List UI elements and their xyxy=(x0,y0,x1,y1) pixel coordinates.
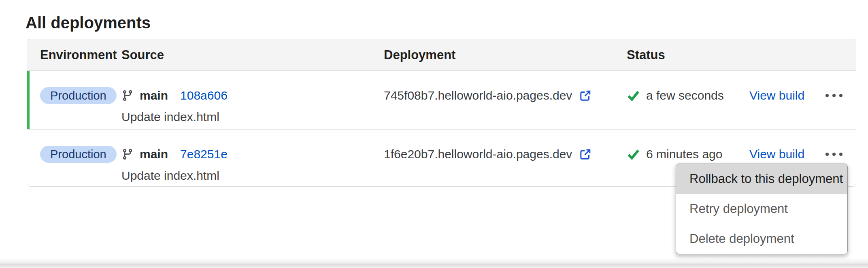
commit-link[interactable]: 108a606 xyxy=(180,89,228,102)
environment-cell: Production xyxy=(40,146,121,187)
view-build-link[interactable]: View build xyxy=(749,89,804,102)
check-icon xyxy=(627,89,640,102)
deployment-actions-menu: Rollback to this deployment Retry deploy… xyxy=(676,164,848,254)
menu-item-rollback[interactable]: Rollback to this deployment xyxy=(676,164,847,194)
column-header-deployment: Deployment xyxy=(384,48,627,62)
column-header-source: Source xyxy=(121,48,384,62)
deployment-cell: 1f6e20b7.helloworld-aio.pages.dev xyxy=(384,146,627,187)
view-build-link[interactable]: View build xyxy=(749,147,804,161)
menu-item-delete[interactable]: Delete deployment xyxy=(676,224,847,254)
view-build-cell: View build xyxy=(749,146,823,163)
row-actions-button[interactable] xyxy=(823,146,845,163)
status-cell: a few seconds xyxy=(627,87,749,129)
ellipsis-icon xyxy=(825,94,829,97)
table-header-row: Environment Source Deployment Status xyxy=(27,39,856,71)
column-header-environment: Environment xyxy=(40,48,121,62)
environment-badge: Production xyxy=(40,146,117,163)
row-actions-button[interactable] xyxy=(823,87,845,104)
environment-cell: Production xyxy=(40,87,121,129)
current-deployment-indicator xyxy=(27,71,30,129)
column-header-status: Status xyxy=(627,48,749,62)
environment-badge: Production xyxy=(40,87,117,104)
commit-message: Update index.html xyxy=(121,168,384,183)
git-branch-icon xyxy=(121,89,134,102)
deployment-url: 1f6e20b7.helloworld-aio.pages.dev xyxy=(384,147,572,161)
external-link-icon xyxy=(579,147,592,161)
deployment-cell: 745f08b7.helloworld-aio.pages.dev xyxy=(384,87,627,129)
source-cell: main 108a606 Update index.html xyxy=(121,87,384,129)
check-icon xyxy=(627,148,640,161)
actions-cell xyxy=(823,87,845,129)
deployment-status-time: 6 minutes ago xyxy=(646,147,722,161)
ellipsis-icon xyxy=(825,153,829,156)
source-cell: main 7e8251e Update index.html xyxy=(121,146,384,187)
deployment-url: 745f08b7.helloworld-aio.pages.dev xyxy=(384,89,572,102)
deployment-row: Production main 108a606 Update index.htm… xyxy=(27,71,856,129)
open-deployment-button[interactable] xyxy=(579,89,592,102)
view-build-cell: View build xyxy=(749,87,823,104)
commit-message: Update index.html xyxy=(121,110,384,124)
branch-name: main xyxy=(140,147,168,161)
git-branch-icon xyxy=(121,148,134,160)
open-deployment-button[interactable] xyxy=(579,147,592,161)
deployment-status-time: a few seconds xyxy=(646,89,724,102)
branch-name: main xyxy=(140,89,168,102)
deployments-page: All deployments Environment Source Deplo… xyxy=(0,0,868,268)
menu-item-retry[interactable]: Retry deployment xyxy=(676,194,847,224)
external-link-icon xyxy=(579,89,592,102)
commit-link[interactable]: 7e8251e xyxy=(180,147,228,161)
page-title: All deployments xyxy=(26,13,151,32)
page-bottom-divider xyxy=(0,259,868,268)
